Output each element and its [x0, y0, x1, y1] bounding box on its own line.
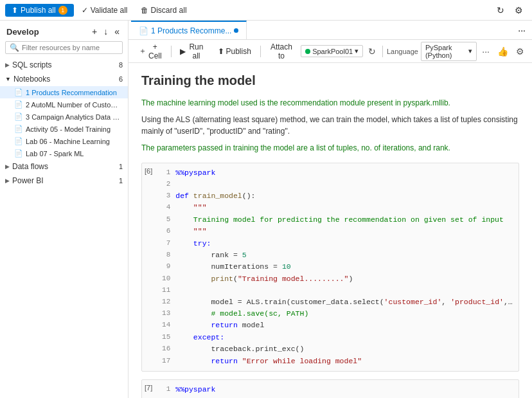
- cell-code-7[interactable]: 1%%pyspark 2trained_model = train_model(…: [155, 380, 519, 398]
- top-bar: ⬆ Publish all 1 ✓ Validate all 🗑 Discard…: [0, 0, 532, 21]
- publish-label: Publish: [226, 47, 251, 56]
- refresh-top-icon[interactable]: ↻: [493, 3, 508, 17]
- spark-pool-label: SparkPool01: [312, 48, 353, 55]
- chevron-right-icon: ▶: [5, 163, 10, 170]
- notebook-icon: 📄: [14, 88, 23, 96]
- power-bi-label: Power BI: [12, 176, 116, 185]
- import-resource-button[interactable]: ↓: [102, 26, 110, 37]
- publish-all-label: Publish all: [21, 6, 56, 15]
- cell-code-6[interactable]: 1%%pyspark 2 3def train_model(): 4 """ 5…: [155, 163, 519, 371]
- notebook-title: Training the model: [141, 73, 519, 88]
- publish-badge: 1: [58, 6, 67, 15]
- more-options-button[interactable]: ···: [479, 45, 492, 58]
- code-cell-7: [7] 1%%pyspark 2trained_model = train_mo…: [141, 379, 519, 398]
- run-icon: ▶: [180, 47, 186, 56]
- sidebar: Develop + ↓ « 🔍 ▶ SQL scripts 8 ▼ Notebo…: [0, 21, 129, 398]
- sidebar-item-power-bi[interactable]: ▶ Power BI 1: [0, 174, 128, 188]
- attach-label: Attach to: [270, 42, 294, 60]
- discard-icon: 🗑: [141, 6, 148, 15]
- sidebar-item-sql-scripts[interactable]: ▶ SQL scripts 8: [0, 58, 128, 72]
- notebook-icon: 📄: [14, 100, 23, 109]
- notebooks-label: Notebooks: [13, 75, 116, 84]
- notebook-2-label: 2 AutoML Number of Customer Visit...: [26, 101, 123, 109]
- sql-scripts-count: 8: [119, 61, 123, 69]
- notebook-desc-3: The parameters passed in training the mo…: [141, 142, 519, 154]
- power-bi-count: 1: [119, 177, 123, 185]
- notebook-icon: 📄: [14, 149, 23, 158]
- notebook-3-label: 3 Campaign Analytics Data Prep: [26, 113, 123, 121]
- chevron-down-icon: ▼: [5, 76, 11, 82]
- data-flows-label: Data flows: [12, 162, 116, 171]
- sidebar-item-notebook-6[interactable]: 📄 Lab 07 - Spark ML: [0, 147, 128, 159]
- sidebar-item-notebook-4[interactable]: 📄 Activity 05 - Model Training: [0, 123, 128, 135]
- publish-up-icon: ⬆: [218, 47, 224, 56]
- notebook-icon: 📄: [14, 113, 23, 121]
- cell-bracket-6: [6]: [142, 163, 155, 371]
- settings-top-icon[interactable]: ⚙: [511, 3, 527, 17]
- validate-all-label: Validate all: [91, 6, 128, 15]
- attach-to-button[interactable]: Attach to: [265, 41, 299, 62]
- code-cell-6: [6] 1%%pyspark 2 3def train_model(): 4 "…: [141, 163, 519, 372]
- chevron-down-icon: ▾: [355, 47, 359, 55]
- sidebar-title: Develop: [6, 27, 39, 37]
- tab-bar: 📄 1 Products Recomme... ···: [129, 21, 532, 40]
- notebook-4-label: Activity 05 - Model Training: [26, 125, 123, 133]
- thumbs-up-button[interactable]: 👍: [495, 45, 511, 58]
- discard-all-button[interactable]: 🗑 Discard all: [136, 4, 192, 17]
- toolbar: ＋ + Cell ▶ Run all ⬆ Publish Attach to S…: [129, 40, 532, 63]
- publish-all-button[interactable]: ⬆ Publish all 1: [5, 4, 74, 17]
- notebook-desc-2: Using the ALS (alternating least square)…: [141, 114, 519, 137]
- spark-status-dot: [305, 49, 310, 54]
- sidebar-item-notebooks[interactable]: ▼ Notebooks 6: [0, 72, 128, 86]
- language-value: PySpark (Python): [425, 44, 466, 59]
- add-cell-button[interactable]: ＋ + Cell: [134, 41, 167, 62]
- toolbar-separator-2: [260, 46, 261, 57]
- cell-bracket-7: [7]: [142, 380, 155, 398]
- sidebar-item-data-flows[interactable]: ▶ Data flows 1: [0, 159, 128, 174]
- publish-button[interactable]: ⬆ Publish: [213, 45, 256, 58]
- notebook-5-label: Lab 06 - Machine Learning: [26, 138, 123, 145]
- sidebar-header: Develop + ↓ «: [0, 21, 128, 41]
- notebook-content: Training the model The machine learning …: [129, 63, 532, 398]
- cell-label: + Cell: [148, 42, 162, 60]
- tab-label: 1 Products Recomme...: [151, 26, 231, 35]
- chevron-right-icon: ▶: [5, 177, 10, 184]
- language-label: Language: [387, 48, 418, 55]
- tab-notebook-1[interactable]: 📄 1 Products Recomme...: [131, 21, 247, 39]
- sidebar-item-notebook-3[interactable]: 📄 3 Campaign Analytics Data Prep: [0, 111, 128, 123]
- spark-pool-selector[interactable]: SparkPool01 ▾: [301, 45, 363, 57]
- sidebar-item-notebook-2[interactable]: 📄 2 AutoML Number of Customer Visit...: [0, 98, 128, 111]
- chevron-down-icon: ▾: [468, 47, 472, 55]
- unsaved-dot: [234, 28, 238, 33]
- settings-button[interactable]: ⚙: [513, 45, 527, 58]
- notebook-icon: 📄: [14, 125, 23, 133]
- refresh-button[interactable]: ↻: [366, 45, 378, 58]
- notebook-6-label: Lab 07 - Spark ML: [26, 150, 123, 158]
- discard-all-label: Discard all: [151, 6, 187, 15]
- search-icon: 🔍: [10, 43, 19, 52]
- main-content: 📄 1 Products Recomme... ··· ＋ + Cell ▶ R…: [129, 21, 532, 398]
- toolbar-separator-3: [382, 46, 383, 57]
- tab-notebook-icon: 📄: [139, 26, 148, 35]
- notebook-icon: 📄: [14, 137, 23, 145]
- language-selector[interactable]: PySpark (Python) ▾: [421, 42, 477, 61]
- run-all-label: Run all: [188, 42, 204, 60]
- chevron-right-icon: ▶: [5, 62, 10, 68]
- publish-icon: ⬆: [12, 6, 18, 15]
- sidebar-item-notebook-1[interactable]: 📄 1 Products Recommendation: [0, 86, 128, 98]
- data-flows-count: 1: [119, 163, 123, 170]
- collapse-sidebar-button[interactable]: «: [112, 26, 121, 37]
- validate-icon: ✓: [82, 6, 88, 15]
- notebook-1-label: 1 Products Recommendation: [26, 89, 123, 96]
- search-input[interactable]: [22, 44, 118, 51]
- sql-scripts-label: SQL scripts: [12, 60, 116, 69]
- toolbar-separator: [171, 46, 172, 57]
- validate-all-button[interactable]: ✓ Validate all: [76, 4, 133, 17]
- notebook-desc-1: The machine learning model used is the r…: [141, 97, 519, 109]
- notebooks-count: 6: [119, 75, 123, 83]
- tab-more-button[interactable]: ···: [514, 25, 529, 35]
- sidebar-search-container: 🔍: [5, 41, 123, 54]
- add-resource-button[interactable]: +: [90, 26, 99, 37]
- run-all-button[interactable]: ▶ Run all: [175, 41, 209, 62]
- sidebar-item-notebook-5[interactable]: 📄 Lab 06 - Machine Learning: [0, 135, 128, 147]
